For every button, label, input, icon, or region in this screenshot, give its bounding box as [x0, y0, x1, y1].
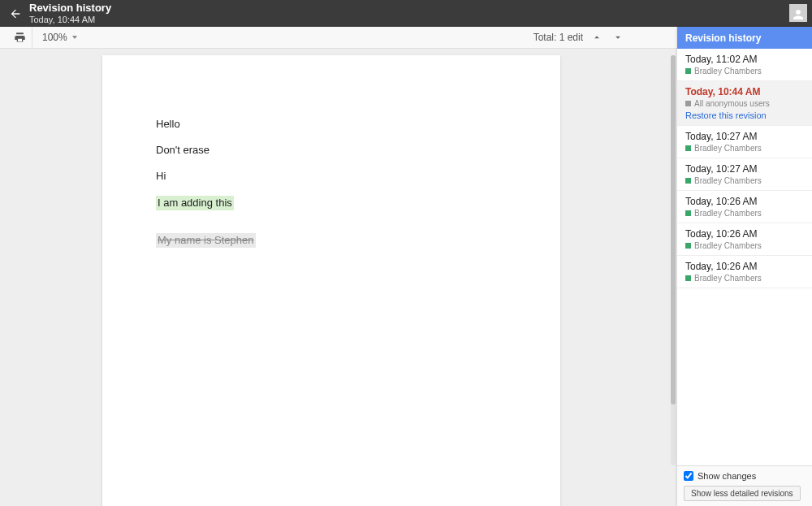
revision-author-row: Bradley Chambers [685, 209, 804, 218]
revision-time: Today, 10:27 AM [685, 131, 804, 142]
show-changes-label: Show changes [698, 471, 756, 481]
revision-item[interactable]: Today, 10:26 AMBradley Chambers [677, 223, 812, 256]
zoom-value: 100% [42, 32, 67, 43]
document-line: My name is Stephen [156, 233, 256, 248]
next-edit-button[interactable] [611, 30, 625, 45]
revision-list: Today, 11:02 AMBradley ChambersToday, 10… [677, 49, 812, 465]
revision-time: Today, 11:02 AM [685, 54, 804, 65]
author-color-swatch [685, 243, 691, 249]
revision-author: Bradley Chambers [694, 144, 762, 153]
revision-item[interactable]: Today, 10:27 AMBradley Chambers [677, 158, 812, 191]
revision-author-row: Bradley Chambers [685, 176, 804, 185]
scrollbar-thumb[interactable] [671, 55, 676, 404]
revision-author-row: Bradley Chambers [685, 67, 804, 76]
chevron-down-icon [72, 36, 77, 39]
revision-item[interactable]: Today, 11:02 AMBradley Chambers [677, 49, 812, 81]
sidebar-footer: Show changes Show less detailed revision… [677, 465, 812, 506]
revision-item[interactable]: Today, 10:44 AMAll anonymous usersRestor… [677, 81, 812, 126]
revision-author: Bradley Chambers [694, 274, 762, 283]
sidebar-header: Revision history [677, 27, 812, 49]
revision-author-row: Bradley Chambers [685, 144, 804, 153]
page-subtitle: Today, 10:44 AM [29, 15, 111, 24]
total-edits-label: Total: 1 edit [533, 32, 583, 43]
document-line: Hello [156, 118, 180, 130]
revision-sidebar: Revision history Today, 11:02 AMBradley … [677, 27, 812, 506]
author-color-swatch [685, 275, 691, 281]
toggle-detail-button[interactable]: Show less detailed revisions [684, 486, 801, 501]
revision-item[interactable]: Today, 10:26 AMBradley Chambers [677, 191, 812, 223]
author-color-swatch [685, 210, 691, 216]
restore-revision-link[interactable]: Restore this revision [685, 110, 804, 120]
scrollbar-track[interactable] [671, 55, 676, 465]
revision-author-row: Bradley Chambers [685, 241, 804, 250]
author-color-swatch [685, 101, 691, 106]
document-line: I am adding this [156, 196, 234, 210]
user-avatar[interactable] [789, 4, 807, 22]
author-color-swatch [685, 145, 691, 151]
revision-item[interactable]: Today, 10:26 AMBradley Chambers [677, 256, 812, 288]
document-page: HelloDon't eraseHiI am adding this My na… [102, 55, 560, 506]
revision-author: Bradley Chambers [694, 241, 762, 250]
zoom-dropdown[interactable]: 100% [32, 32, 87, 43]
revision-author: Bradley Chambers [694, 209, 762, 218]
revision-author: Bradley Chambers [694, 176, 762, 185]
document-line: Hi [156, 170, 166, 182]
revision-item[interactable]: Today, 10:27 AMBradley Chambers [677, 126, 812, 158]
page-title: Revision history [29, 2, 111, 14]
header-title-block: Revision history Today, 10:44 AM [29, 2, 111, 24]
revision-time: Today, 10:26 AM [685, 196, 804, 207]
prev-edit-button[interactable] [590, 30, 604, 45]
revision-time: Today, 10:44 AM [685, 86, 804, 97]
document-line: Don't erase [156, 144, 209, 156]
author-color-swatch [685, 178, 691, 184]
revision-time: Today, 10:27 AM [685, 163, 804, 175]
revision-time: Today, 10:26 AM [685, 261, 804, 272]
app-header: Revision history Today, 10:44 AM [0, 0, 812, 27]
revision-author: All anonymous users [694, 99, 770, 108]
show-changes-toggle[interactable]: Show changes [684, 471, 806, 481]
show-changes-checkbox[interactable] [684, 471, 693, 481]
print-button[interactable] [8, 27, 32, 48]
revision-author: Bradley Chambers [694, 67, 762, 76]
revision-author-row: Bradley Chambers [685, 274, 804, 283]
edit-counter: Total: 1 edit [533, 30, 625, 45]
revision-time: Today, 10:26 AM [685, 228, 804, 240]
back-arrow-icon[interactable] [8, 6, 23, 21]
revision-author-row: All anonymous users [685, 99, 804, 108]
author-color-swatch [685, 68, 691, 74]
